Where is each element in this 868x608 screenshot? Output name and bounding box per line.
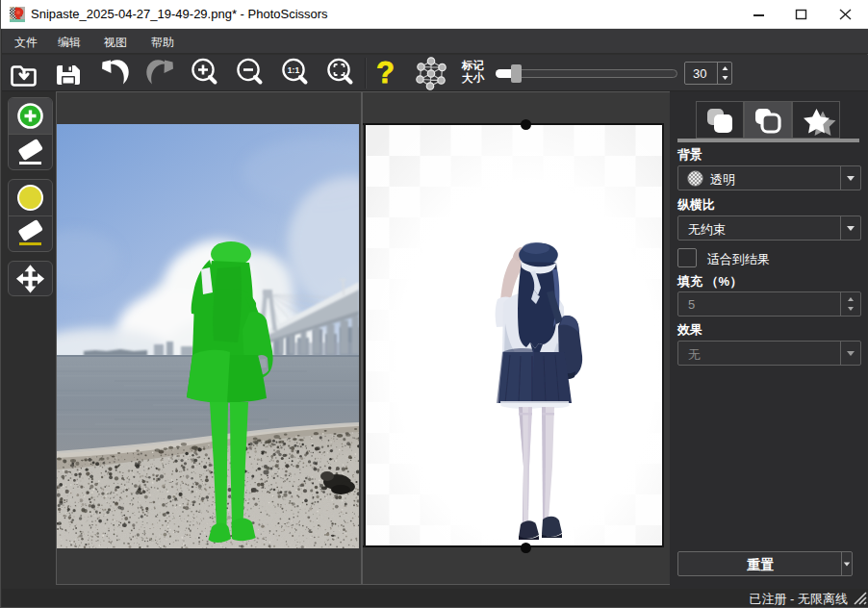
svg-text:?: ? bbox=[376, 56, 395, 89]
svg-text:1:1: 1:1 bbox=[288, 65, 300, 75]
